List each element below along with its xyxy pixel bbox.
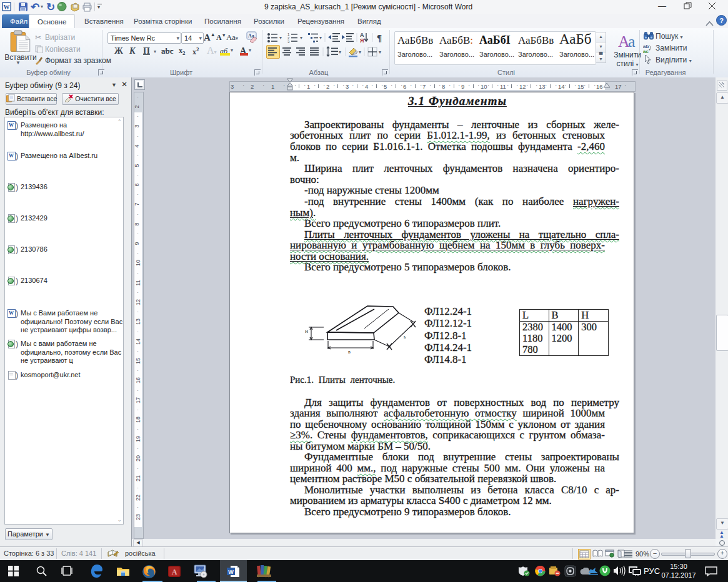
- svg-text:а: а: [628, 32, 636, 50]
- svg-text:▾: ▾: [279, 35, 282, 41]
- svg-text:↻: ↻: [46, 2, 55, 12]
- svg-text:?: ?: [719, 17, 724, 24]
- svg-text:▾: ▾: [339, 49, 341, 55]
- svg-text:▾: ▾: [41, 4, 43, 9]
- svg-text:Я: Я: [360, 37, 364, 43]
- svg-text:H: H: [305, 329, 308, 334]
- svg-text:▾: ▾: [300, 35, 302, 41]
- svg-text:↶: ↶: [30, 2, 39, 12]
- svg-text:W: W: [228, 569, 234, 575]
- svg-text:A: A: [172, 568, 177, 576]
- svg-text:в: в: [348, 349, 351, 355]
- svg-text:ac: ac: [643, 49, 649, 53]
- svg-text:3: 3: [287, 40, 290, 43]
- svg-text:▾: ▾: [319, 35, 322, 41]
- svg-text:▾: ▾: [379, 49, 381, 55]
- svg-text:▾: ▾: [97, 4, 100, 10]
- svg-text:▾: ▾: [359, 49, 361, 55]
- svg-text:W: W: [4, 4, 10, 11]
- svg-text:ь: ь: [404, 334, 406, 340]
- svg-text:¶: ¶: [377, 33, 382, 43]
